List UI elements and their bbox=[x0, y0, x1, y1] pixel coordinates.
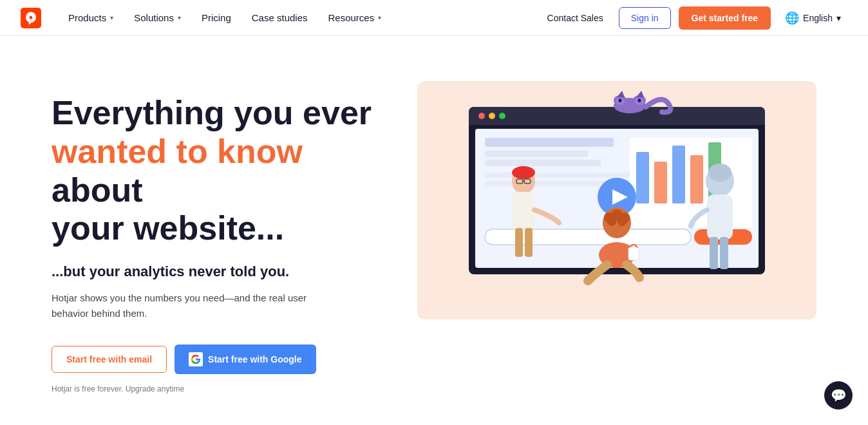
hotjar-logo-icon bbox=[21, 8, 41, 28]
svg-rect-12 bbox=[485, 173, 639, 178]
hero-subheadline: ...but your analytics never told you. bbox=[52, 263, 373, 280]
svg-rect-11 bbox=[485, 160, 601, 166]
svg-point-31 bbox=[619, 99, 622, 102]
chat-icon: 💬 bbox=[831, 388, 847, 403]
hero-footnote: Hotjar is free forever. Upgrade anytime bbox=[52, 384, 373, 393]
hero-text: Everything you ever wanted to know about… bbox=[52, 75, 373, 393]
nav-case-studies[interactable]: Case studies bbox=[243, 7, 317, 28]
svg-point-5 bbox=[478, 113, 485, 119]
chevron-down-icon: ▾ bbox=[378, 14, 381, 21]
trusted-section: Hotjar is trusted by 1,306,323 websites … bbox=[0, 419, 868, 425]
hero-description: Hotjar shows you the numbers you need—an… bbox=[52, 290, 335, 321]
svg-rect-17 bbox=[672, 146, 685, 203]
nav-links: Products ▾ Solutions ▾ Pricing Case stud… bbox=[59, 7, 390, 28]
svg-point-6 bbox=[489, 113, 495, 119]
svg-point-34 bbox=[512, 166, 535, 179]
hero-cta: Start free with email Start free with Go… bbox=[52, 345, 373, 374]
svg-rect-48 bbox=[628, 247, 639, 260]
svg-rect-39 bbox=[515, 228, 523, 257]
hero-image bbox=[417, 81, 816, 319]
svg-rect-16 bbox=[654, 162, 667, 203]
svg-rect-51 bbox=[707, 194, 733, 240]
sign-in-button[interactable]: Sign in bbox=[619, 7, 671, 29]
svg-rect-10 bbox=[485, 151, 588, 157]
svg-rect-4 bbox=[469, 117, 765, 125]
svg-rect-15 bbox=[636, 152, 649, 203]
svg-rect-18 bbox=[690, 155, 703, 203]
logo[interactable] bbox=[21, 8, 41, 28]
svg-rect-40 bbox=[525, 228, 533, 257]
svg-rect-38 bbox=[513, 192, 534, 231]
svg-point-46 bbox=[618, 217, 627, 226]
navbar: Products ▾ Solutions ▾ Pricing Case stud… bbox=[0, 0, 868, 36]
start-google-button[interactable]: Start free with Google bbox=[175, 345, 316, 374]
hero-headline: Everything you ever wanted to know about… bbox=[52, 94, 373, 248]
language-selector[interactable]: 🌐 English ▾ bbox=[778, 7, 847, 29]
nav-left: Products ▾ Solutions ▾ Pricing Case stud… bbox=[21, 7, 390, 28]
chevron-down-icon: ▾ bbox=[110, 14, 113, 21]
google-icon bbox=[189, 352, 203, 366]
hero-illustration bbox=[417, 81, 816, 319]
nav-pricing[interactable]: Pricing bbox=[193, 7, 240, 28]
svg-point-45 bbox=[607, 217, 616, 226]
svg-point-7 bbox=[499, 113, 505, 119]
nav-resources[interactable]: Resources ▾ bbox=[319, 7, 391, 28]
chevron-down-icon: ▾ bbox=[836, 13, 841, 23]
svg-rect-13 bbox=[485, 181, 614, 186]
nav-solutions[interactable]: Solutions ▾ bbox=[125, 7, 190, 28]
nav-products[interactable]: Products ▾ bbox=[59, 7, 122, 28]
hero-section: Everything you ever wanted to know about… bbox=[0, 36, 868, 419]
svg-rect-53 bbox=[720, 237, 728, 269]
svg-rect-52 bbox=[710, 237, 718, 269]
chat-bubble-button[interactable]: 💬 bbox=[824, 381, 853, 410]
start-email-button[interactable]: Start free with email bbox=[52, 346, 167, 373]
svg-point-50 bbox=[708, 164, 731, 182]
svg-point-32 bbox=[638, 99, 641, 102]
svg-rect-9 bbox=[485, 138, 614, 147]
chevron-down-icon: ▾ bbox=[178, 14, 181, 21]
nav-right: Contact Sales Sign in Get started free 🌐… bbox=[540, 6, 847, 30]
globe-icon: 🌐 bbox=[785, 11, 799, 25]
get-started-button[interactable]: Get started free bbox=[679, 6, 771, 30]
contact-sales-button[interactable]: Contact Sales bbox=[540, 8, 611, 28]
